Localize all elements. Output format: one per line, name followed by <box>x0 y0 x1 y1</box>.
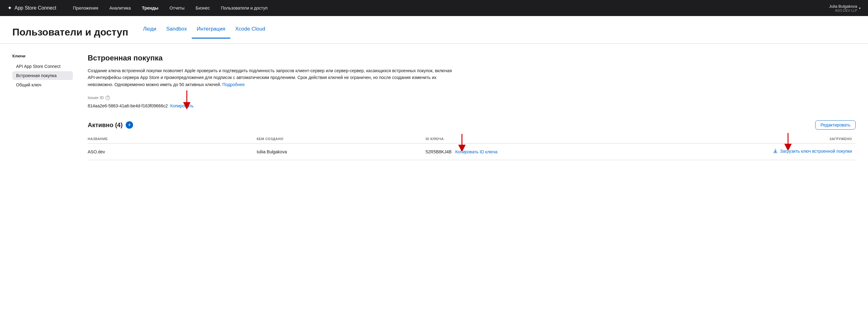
cell-name: ASO.dev <box>88 143 257 160</box>
col-header-keyid: ID КЛЮЧА <box>426 135 656 143</box>
logo-icon: ✦ <box>7 5 12 11</box>
active-section-header: Активно (4) + Редактировать <box>88 120 856 130</box>
issuer-label: Issuer ID ? <box>88 95 856 100</box>
tab-people[interactable]: Люди <box>138 26 161 39</box>
main-content: Ключи API App Store Connect Встроенная п… <box>0 44 868 170</box>
section-title: Встроенная покупка <box>88 54 856 62</box>
cell-keyid: 52R5B8KJ4B Копиров <box>426 143 656 160</box>
add-key-button[interactable]: + <box>126 121 133 129</box>
page-tabs: Люди Sandbox Интеграция Xcode Cloud <box>138 26 270 39</box>
nav-analytics[interactable]: Аналитика <box>104 0 136 16</box>
content-area: Встроенная покупка Создание ключа встрое… <box>80 54 856 160</box>
col-header-upload: ЗАГРУЖЕНО <box>656 135 856 143</box>
user-name: Julia Bulgakova <box>829 4 857 9</box>
sidebar-item-api[interactable]: API App Store Connect <box>12 62 73 71</box>
download-key-label: Загрузить ключ встроенной покупки <box>780 149 852 153</box>
nav-reports[interactable]: Отчеты <box>164 0 190 16</box>
key-id-value: 52R5B8KJ4B <box>426 149 452 154</box>
table-row: ASO.dev Iuliia Bulgakova 52R5B8KJ4B <box>88 143 856 160</box>
nav-business[interactable]: Бизнес <box>190 0 215 16</box>
app-logo[interactable]: ✦ App Store Connect <box>7 5 56 11</box>
cell-creator: Iuliia Bulgakova <box>257 143 426 160</box>
issuer-block: Issuer ID ? 814aa2e6-5863-41a6-be4d-f163… <box>88 95 856 110</box>
col-header-name: НАЗВАНИЕ <box>88 135 257 143</box>
copy-keyid-link[interactable]: Копировать ID ключа <box>455 149 497 154</box>
issuer-id-text: 814aa2e6-5863-41a6-be4d-f163f09666c2 <box>88 103 168 108</box>
user-menu[interactable]: Julia Bulgakova ASO.DEV LLP ▾ <box>829 4 861 12</box>
sidebar-item-shared[interactable]: Общий ключ <box>12 80 73 89</box>
sidebar-section-label: Ключи <box>12 54 73 58</box>
nav-links: Приложения Аналитика Тренды Отчеты Бизне… <box>67 0 829 16</box>
tab-integration[interactable]: Интеграция <box>192 26 230 39</box>
download-icon <box>773 148 778 154</box>
sidebar-item-inapp[interactable]: Встроенная покупка <box>12 71 73 80</box>
section-description: Создание ключа встроенной покупки позвол… <box>88 67 458 88</box>
cell-upload: Загрузить ключ встроенной покупки <box>656 143 856 160</box>
page-title-row: Пользователи и доступ Люди Sandbox Интег… <box>12 26 856 39</box>
sidebar: Ключи API App Store Connect Встроенная п… <box>12 54 80 160</box>
download-key-link[interactable]: Загрузить ключ встроенной покупки <box>773 148 852 154</box>
tab-sandbox[interactable]: Sandbox <box>161 26 192 39</box>
keys-table: НАЗВАНИЕ КЕМ СОЗДАНО ID КЛЮЧА ЗАГРУЖЕНО … <box>88 135 856 160</box>
chevron-down-icon: ▾ <box>859 6 861 10</box>
col-header-creator: КЕМ СОЗДАНО <box>257 135 426 143</box>
nav-apps[interactable]: Приложения <box>67 0 104 16</box>
top-navigation: ✦ App Store Connect Приложения Аналитика… <box>0 0 868 16</box>
page-title: Пользователи и доступ <box>12 27 128 38</box>
tab-xcode[interactable]: Xcode Cloud <box>230 26 270 39</box>
table-header-row: НАЗВАНИЕ КЕМ СОЗДАНО ID КЛЮЧА ЗАГРУЖЕНО <box>88 135 856 143</box>
nav-users[interactable]: Пользователи и доступ <box>215 0 273 16</box>
nav-trends[interactable]: Тренды <box>136 0 164 16</box>
user-org: ASO.DEV LLP <box>835 9 857 12</box>
copy-issuer-link[interactable]: Копировать <box>170 103 193 108</box>
app-title: App Store Connect <box>14 5 56 11</box>
page-header: Пользователи и доступ Люди Sandbox Интег… <box>0 16 868 44</box>
issuer-value: 814aa2e6-5863-41a6-be4d-f163f09666c2 Коп… <box>88 101 856 110</box>
issuer-help-icon[interactable]: ? <box>105 96 110 100</box>
learn-more-link[interactable]: Подробнее <box>222 82 245 87</box>
active-title: Активно (4) + <box>88 121 133 129</box>
edit-button[interactable]: Редактировать <box>815 120 856 130</box>
